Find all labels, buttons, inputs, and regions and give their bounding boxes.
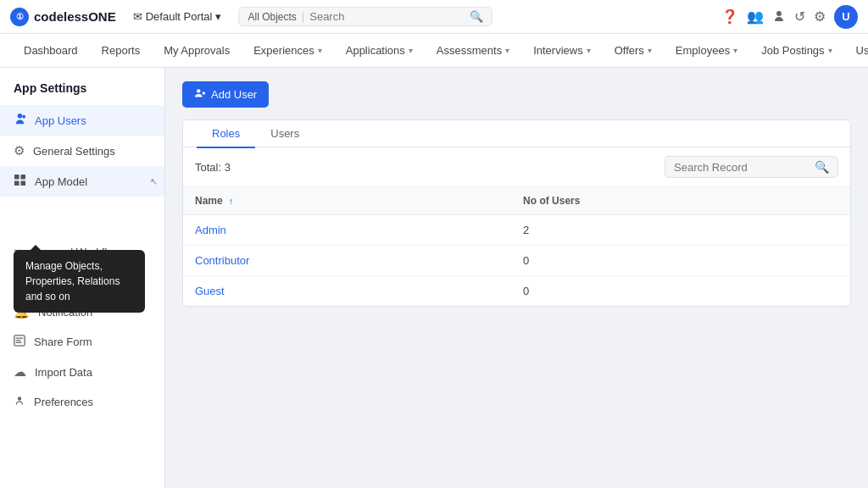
navbar: Dashboard Reports My Approvals Experienc…	[0, 34, 868, 68]
search-input[interactable]	[309, 10, 465, 23]
preferences-icon	[14, 395, 25, 409]
svg-point-0	[22, 115, 25, 119]
role-link[interactable]: Admin	[195, 224, 226, 236]
add-user-icon	[194, 87, 206, 102]
nav-item-assessments[interactable]: Assessments ▾	[426, 39, 520, 62]
sidebar-item-preferences[interactable]: Preferences	[0, 387, 164, 417]
nav-label-interviews: Interviews	[533, 44, 583, 57]
nav-item-experiences[interactable]: Experiences ▾	[243, 39, 332, 62]
nav-item-offers[interactable]: Offers ▾	[604, 39, 662, 62]
topbar-actions: ❓ 👥 ↺ ⚙ U	[721, 5, 858, 29]
sidebar-label-import-data: Import Data	[35, 366, 92, 379]
roles-table: Name ↑ No of Users Admin 2 Contributor 0…	[183, 187, 850, 306]
users-icon	[14, 113, 26, 128]
caret-icon: ▾	[505, 46, 509, 55]
sidebar-item-app-model[interactable]: App Model ↖	[0, 166, 164, 197]
tabs: Roles Users	[183, 120, 850, 147]
sidebar-item-app-users[interactable]: App Users	[0, 105, 164, 136]
portal-label: Default Portal	[146, 10, 213, 23]
nav-item-approvals[interactable]: My Approvals	[153, 39, 240, 62]
sidebar-label-app-model: App Model	[35, 175, 87, 188]
role-link[interactable]: Guest	[195, 285, 225, 297]
sort-icon: ↑	[229, 196, 234, 206]
cell-name: Contributor	[183, 246, 511, 276]
sidebar-item-share-form[interactable]: Share Form	[0, 327, 164, 357]
cell-no-users: 0	[511, 276, 850, 307]
nav-label-offers: Offers	[615, 44, 644, 57]
logo: ① codelessONE	[10, 8, 116, 26]
svg-point-12	[18, 396, 21, 400]
import-data-icon: ☁	[14, 364, 26, 380]
nav-item-user-profile[interactable]: User Profile ▾	[846, 39, 868, 62]
search-record[interactable]: 🔍	[665, 156, 838, 178]
tab-roles-label: Roles	[212, 127, 240, 140]
nav-label-experiences: Experiences	[253, 44, 314, 57]
profile-button[interactable]	[772, 10, 786, 24]
nav-label-applications: Applications	[346, 44, 405, 57]
nav-item-reports[interactable]: Reports	[92, 39, 151, 62]
col-name-label: Name	[195, 195, 223, 207]
history-button[interactable]: ↺	[794, 8, 805, 25]
table-row: Admin 2	[183, 215, 850, 246]
col-no-users-label: No of Users	[523, 195, 580, 207]
cell-name: Admin	[183, 215, 511, 246]
svg-rect-4	[20, 180, 25, 186]
caret-icon: ▾	[587, 46, 591, 55]
nav-item-dashboard[interactable]: Dashboard	[14, 39, 88, 62]
send-icon: ✉	[133, 10, 142, 23]
nav-label-dashboard: Dashboard	[24, 44, 78, 57]
role-link[interactable]: Contributor	[195, 254, 249, 267]
tab-users[interactable]: Users	[255, 120, 314, 148]
sidebar-item-import-data[interactable]: ☁ Import Data	[0, 357, 164, 387]
tab-roles[interactable]: Roles	[197, 120, 255, 148]
caret-icon: ▾	[648, 46, 652, 55]
svg-rect-9	[16, 338, 24, 339]
all-objects-dropdown[interactable]: All Objects	[248, 11, 296, 23]
nav-label-user-profile: User Profile	[856, 44, 868, 57]
svg-point-13	[197, 89, 200, 92]
sidebar-item-general-settings[interactable]: ⚙ General Settings	[0, 136, 164, 166]
nav-label-reports: Reports	[102, 44, 141, 57]
sidebar-label-share-form: Share Form	[34, 336, 92, 348]
caret-icon: ▾	[733, 46, 737, 55]
add-user-button[interactable]: Add User	[182, 81, 269, 108]
sidebar-label-general-settings: General Settings	[33, 145, 115, 158]
settings-icon: ⚙	[14, 143, 25, 158]
tooltip: Manage Objects, Properties, Relations an…	[14, 250, 145, 313]
settings-button[interactable]: ⚙	[814, 8, 826, 25]
col-name[interactable]: Name ↑	[183, 187, 511, 215]
global-search[interactable]: All Objects | 🔍	[238, 7, 492, 26]
cell-name: Guest	[183, 276, 511, 307]
col-no-of-users[interactable]: No of Users	[511, 187, 850, 215]
add-user-label: Add User	[211, 88, 257, 101]
content-header: Add User	[182, 81, 851, 108]
search-record-input[interactable]	[674, 161, 810, 174]
cell-no-users: 0	[511, 246, 850, 276]
avatar[interactable]: U	[834, 5, 858, 29]
portal-button[interactable]: ✉ Default Portal ▾	[126, 7, 229, 26]
nav-item-job-postings[interactable]: Job Postings ▾	[751, 39, 842, 62]
nav-label-approvals: My Approvals	[164, 44, 230, 57]
share-form-icon	[14, 335, 25, 349]
search-icon: 🔍	[470, 10, 483, 23]
tab-users-label: Users	[270, 127, 299, 140]
nav-label-employees: Employees	[676, 44, 730, 57]
topbar: ① codelessONE ✉ Default Portal ▾ All Obj…	[0, 0, 868, 34]
users-button[interactable]: 👥	[747, 8, 764, 25]
help-button[interactable]: ❓	[721, 8, 738, 25]
tooltip-text: Manage Objects, Properties, Relations an…	[25, 260, 120, 302]
app-model-icon	[14, 174, 26, 189]
nav-item-interviews[interactable]: Interviews ▾	[523, 39, 601, 62]
logo-text: codelessONE	[34, 9, 116, 24]
sidebar-label-app-users: App Users	[35, 114, 86, 127]
table-row: Contributor 0	[183, 246, 850, 276]
svg-rect-1	[14, 175, 19, 180]
sidebar: App Settings App Users ⚙ General Setting…	[0, 68, 165, 488]
svg-rect-10	[16, 340, 21, 341]
sidebar-title: App Settings	[0, 81, 164, 105]
nav-item-employees[interactable]: Employees ▾	[665, 39, 748, 62]
cursor-indicator: ↖	[150, 176, 158, 187]
nav-item-applications[interactable]: Applications ▾	[336, 39, 423, 62]
caret-icon: ▾	[828, 46, 832, 55]
nav-label-job-postings: Job Postings	[761, 44, 824, 57]
